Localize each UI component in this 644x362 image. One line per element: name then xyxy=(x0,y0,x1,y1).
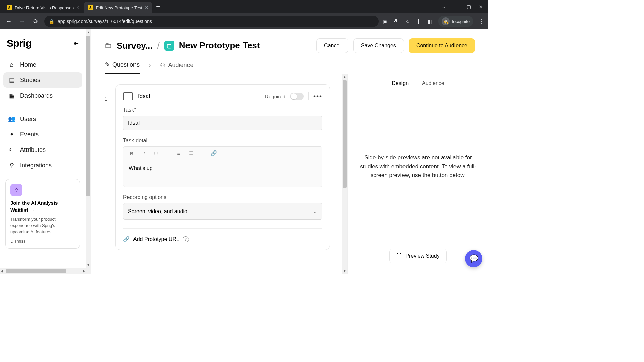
chat-icon: 💬 xyxy=(469,254,478,263)
scroll-down-icon[interactable]: ▼ xyxy=(86,263,91,267)
preview-study-button[interactable]: ⛶ Preview Study xyxy=(389,249,446,263)
maximize-icon[interactable]: ▢ xyxy=(467,4,471,9)
incognito-badge[interactable]: 🕵 Incognito xyxy=(438,16,473,27)
dismiss-link[interactable]: Dismiss xyxy=(10,239,75,244)
underline-icon[interactable]: U xyxy=(153,150,159,156)
breadcrumb-root[interactable]: Survey... xyxy=(117,41,152,51)
download-icon[interactable]: ⭳ xyxy=(416,18,421,24)
link-icon: 🔗 xyxy=(123,236,130,242)
favicon-icon: S xyxy=(7,5,12,10)
task-label: Task* xyxy=(123,107,322,113)
study-title-input[interactable]: New Prototype Test xyxy=(179,40,261,51)
prototype-icon: ▢ xyxy=(164,41,174,51)
chevron-down-icon[interactable]: ⌄ xyxy=(442,4,446,9)
preview-panel: Design Audience Side-by-side previews ar… xyxy=(347,74,488,274)
help-icon[interactable]: ? xyxy=(183,236,189,242)
task-detail-textarea[interactable]: What's up xyxy=(123,160,322,187)
close-icon[interactable]: × xyxy=(145,5,148,11)
dashboards-icon: ▦ xyxy=(8,92,15,99)
nav-dashboards[interactable]: ▦ Dashboards xyxy=(3,88,82,103)
text-cursor xyxy=(302,119,302,126)
editor-scrollbar[interactable]: ▲ ▼ xyxy=(342,74,347,274)
brand-logo[interactable]: Sprig xyxy=(7,38,32,49)
eye-off-icon[interactable]: 👁 xyxy=(394,18,399,24)
tab-questions[interactable]: ✎ Questions xyxy=(105,61,140,74)
back-button[interactable]: ← xyxy=(4,18,13,25)
browser-toolbar: ← → ⟳ 🔒 app.sprig.com/surveys/116014/edi… xyxy=(0,13,488,29)
task-input[interactable]: fdsaf xyxy=(123,116,322,130)
scrollbar-thumb[interactable] xyxy=(86,36,90,196)
minimize-icon[interactable]: ― xyxy=(454,4,459,9)
nav-label: Integrations xyxy=(20,162,52,169)
preview-button-label: Preview Study xyxy=(405,253,439,259)
cancel-button[interactable]: Cancel xyxy=(316,38,348,53)
events-icon: ✦ xyxy=(8,131,15,138)
preview-tab-audience[interactable]: Audience xyxy=(422,80,444,91)
menu-icon[interactable]: ⋮ xyxy=(479,18,484,25)
scroll-up-icon[interactable]: ▲ xyxy=(342,75,347,79)
preview-message: Side-by-side previews are not available … xyxy=(358,153,478,180)
browser-tab[interactable]: S Edit New Prototype Test × xyxy=(84,2,152,13)
ai-card-body: Transform your product experience with S… xyxy=(10,216,75,235)
question-title: fdsaf xyxy=(138,93,260,100)
save-changes-button[interactable]: Save Changes xyxy=(353,38,404,53)
recording-options-select[interactable]: Screen, video, and audio ⌄ xyxy=(123,203,322,220)
scroll-left-icon[interactable]: ◀ xyxy=(1,269,3,273)
tab-label: Audience xyxy=(168,62,193,69)
sidepanel-icon[interactable]: ◧ xyxy=(427,18,432,25)
new-tab-button[interactable]: + xyxy=(152,3,164,11)
incognito-icon: 🕵 xyxy=(442,17,450,25)
scrollbar-thumb[interactable] xyxy=(343,80,347,188)
task-detail-label: Task detail xyxy=(123,138,322,144)
preview-tab-design[interactable]: Design xyxy=(392,80,409,91)
scroll-right-icon[interactable]: ▶ xyxy=(83,269,85,273)
ordered-list-icon[interactable]: ≡ xyxy=(176,150,182,156)
star-icon[interactable]: ☆ xyxy=(405,18,410,25)
required-toggle[interactable] xyxy=(290,93,304,100)
preview-tabs: Design Audience xyxy=(348,74,488,91)
close-window-icon[interactable]: ✕ xyxy=(479,4,483,9)
nav-label: Events xyxy=(20,131,39,138)
scroll-down-icon[interactable]: ▼ xyxy=(342,269,347,273)
reload-button[interactable]: ⟳ xyxy=(31,18,40,25)
nav-attributes[interactable]: 🏷 Attributes xyxy=(3,142,82,158)
sidebar-scrollbar[interactable]: ▲ ▼ xyxy=(86,29,91,274)
bold-icon[interactable]: B xyxy=(129,150,135,156)
continue-to-audience-button[interactable]: Continue to Audience xyxy=(409,38,475,53)
scrollbar-thumb[interactable] xyxy=(6,269,66,273)
sidebar-h-scrollbar[interactable]: ◀ ▶ xyxy=(0,268,86,274)
address-bar[interactable]: 🔒 app.sprig.com/surveys/116014/edit/ques… xyxy=(44,16,379,27)
tab-audience[interactable]: ⚇ Audience xyxy=(160,61,193,74)
camera-icon[interactable]: ▣ xyxy=(383,18,388,25)
main-tabs: ✎ Questions › ⚇ Audience xyxy=(91,53,488,74)
italic-icon[interactable]: I xyxy=(141,150,147,156)
home-icon: ⌂ xyxy=(8,61,15,68)
chevron-right-icon: › xyxy=(149,62,151,73)
nav-home[interactable]: ⌂ Home xyxy=(3,57,82,72)
nav-users[interactable]: 👥 Users xyxy=(3,111,82,127)
close-icon[interactable]: × xyxy=(76,5,79,11)
scroll-up-icon[interactable]: ▲ xyxy=(86,30,91,34)
forward-button[interactable]: → xyxy=(17,18,27,25)
window-controls: ⌄ ― ▢ ✕ xyxy=(442,4,486,9)
nav-events[interactable]: ✦ Events xyxy=(3,127,82,142)
integrations-icon: ⚲ xyxy=(8,162,15,169)
divider xyxy=(308,92,309,100)
collapse-sidebar-icon[interactable]: ⇤ xyxy=(74,40,79,47)
chat-fab[interactable]: 💬 xyxy=(465,250,482,267)
chevron-down-icon: ⌄ xyxy=(313,208,317,215)
add-prototype-url-row[interactable]: 🔗 Add Prototype URL ? xyxy=(123,228,322,242)
ai-card-title[interactable]: Join the AI Analysis Waitlist → xyxy=(10,199,75,214)
url-text: app.sprig.com/surveys/116014/edit/questi… xyxy=(58,19,152,24)
nav-label: Attributes xyxy=(20,146,46,154)
more-options-button[interactable]: ••• xyxy=(313,93,322,100)
rte-toolbar: B I U ≡ ☰ 🔗 xyxy=(123,147,322,160)
select-value: Screen, video, and audio xyxy=(128,208,187,215)
link-icon[interactable]: 🔗 xyxy=(211,150,217,156)
browser-tab[interactable]: S Drive Return Visits Responses × xyxy=(3,2,84,13)
nav-integrations[interactable]: ⚲ Integrations xyxy=(3,158,82,173)
required-label: Required xyxy=(265,94,285,99)
nav-studies[interactable]: ▤ Studies xyxy=(3,72,82,88)
unordered-list-icon[interactable]: ☰ xyxy=(188,150,194,156)
question-number: 1 xyxy=(101,84,111,102)
